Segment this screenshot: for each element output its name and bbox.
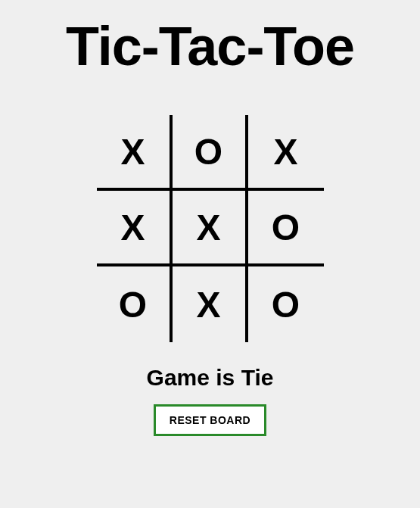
cell-0-1[interactable]: O: [173, 115, 248, 191]
cell-1-1[interactable]: X: [173, 191, 248, 266]
cell-0-2[interactable]: X: [248, 115, 324, 191]
cell-2-1[interactable]: X: [173, 266, 248, 342]
cell-1-2[interactable]: O: [248, 191, 324, 266]
reset-button[interactable]: RESET BOARD: [154, 404, 266, 436]
game-status: Game is Tie: [147, 365, 274, 391]
game-board: X O X X X O O X O: [97, 115, 324, 342]
cell-1-0[interactable]: X: [97, 191, 173, 266]
cell-0-0[interactable]: X: [97, 115, 173, 191]
page-title: Tic-Tac-Toe: [66, 15, 354, 77]
cell-2-0[interactable]: O: [97, 266, 173, 342]
cell-2-2[interactable]: O: [248, 266, 324, 342]
